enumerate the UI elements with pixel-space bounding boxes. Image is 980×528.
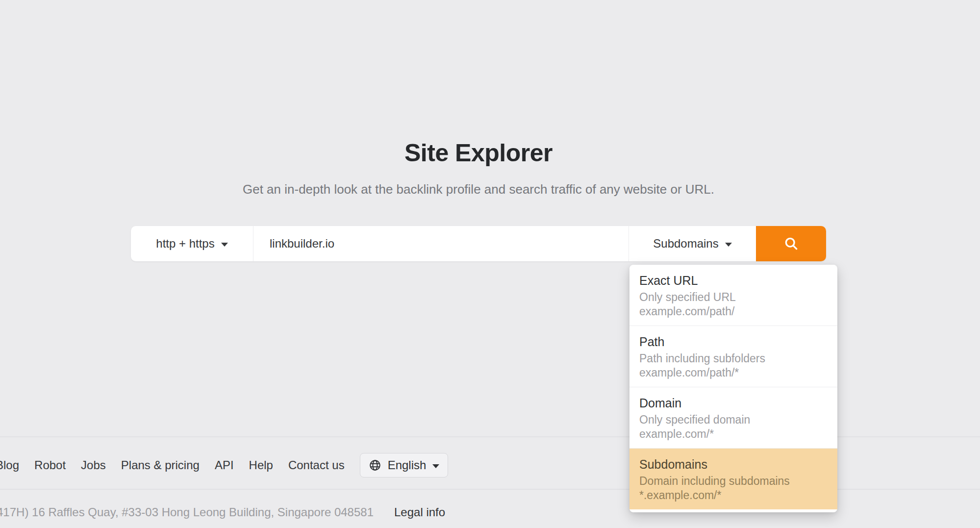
target-url-input[interactable] [253,226,628,261]
page-title: Site Explorer [131,139,826,167]
footer-link-plans-pricing[interactable]: Plans & pricing [121,458,200,472]
chevron-down-icon [221,243,228,247]
menu-item-example: example.com/* [639,427,828,441]
page-subtitle: Get an in-depth look at the backlink pro… [131,182,826,197]
footer-link-help[interactable]: Help [249,458,273,472]
search-bar: http + https Subdomains [131,226,826,261]
mode-dropdown-menu: Exact URL Only specified URL example.com… [629,265,837,512]
menu-item-title: Domain [639,395,828,411]
menu-item-example: example.com/path/ [639,304,828,319]
legal-info-link[interactable]: Legal info [394,505,445,519]
mode-dropdown[interactable]: Subdomains [628,226,756,261]
chevron-down-icon [432,464,439,468]
footer-nav: Blog Robot Jobs Plans & pricing API Help… [0,452,448,479]
magnifier-icon [783,236,799,251]
menu-item-subdomains[interactable]: Subdomains Domain including subdomains *… [629,448,837,509]
menu-item-title: Exact URL [639,273,828,289]
menu-item-exact-url[interactable]: Exact URL Only specified URL example.com… [629,265,837,326]
footer-link-jobs[interactable]: Jobs [81,458,106,472]
menu-item-description: Domain including subdomains [639,474,828,488]
menu-item-domain[interactable]: Domain Only specified domain example.com… [629,387,837,448]
footer-link-robot[interactable]: Robot [34,458,66,472]
protocol-dropdown[interactable]: http + https [131,226,253,261]
mode-dropdown-label: Subdomains [653,237,718,251]
menu-item-example: example.com/path/* [639,366,828,380]
menu-item-description: Path including subfolders [639,352,828,366]
menu-item-description: Only specified URL [639,290,828,304]
footer-link-contact-us[interactable]: Contact us [288,458,345,472]
footer-legal-row: 417H) 16 Raffles Quay, #33-03 Hong Leong… [0,504,445,521]
menu-item-title: Path [639,334,828,350]
footer-link-blog[interactable]: Blog [0,458,19,472]
menu-item-path[interactable]: Path Path including subfolders example.c… [629,326,837,387]
menu-item-description: Only specified domain [639,413,828,427]
site-explorer-page: Site Explorer Get an in-depth look at th… [0,0,980,528]
menu-item-title: Subdomains [639,456,828,473]
footer-link-api[interactable]: API [215,458,234,472]
protocol-dropdown-label: http + https [156,237,214,251]
language-selector[interactable]: English [360,453,449,478]
hero-section: Site Explorer Get an in-depth look at th… [131,0,826,197]
company-address: 417H) 16 Raffles Quay, #33-03 Hong Leong… [0,505,374,519]
language-label: English [388,458,427,472]
menu-item-example: *.example.com/* [639,488,828,503]
chevron-down-icon [725,243,732,247]
globe-icon [369,459,381,472]
search-button[interactable] [756,226,826,261]
